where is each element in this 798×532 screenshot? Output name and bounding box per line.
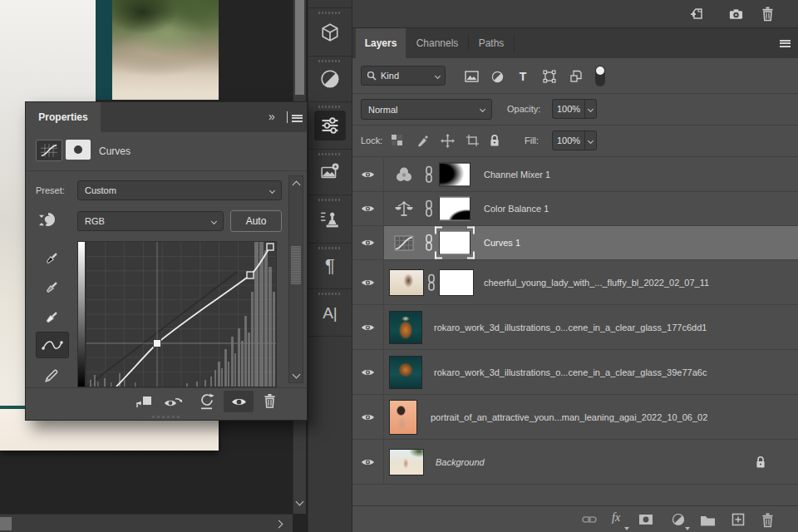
curve-point-selected[interactable] <box>154 340 161 347</box>
link-layers-icon[interactable] <box>582 515 597 525</box>
filter-pixel-layers-button[interactable] <box>462 69 480 84</box>
visibility-toggle[interactable] <box>352 260 384 304</box>
fill-input[interactable]: 100% <box>552 131 597 150</box>
dock-3d-panel[interactable] <box>308 8 352 57</box>
curves-graph[interactable] <box>86 241 277 387</box>
panel-resize-grip[interactable] <box>152 416 180 418</box>
layer-mask-thumbnail[interactable] <box>439 163 470 187</box>
lock-all-icon[interactable] <box>489 134 500 147</box>
delete-adjustment-icon[interactable] <box>263 392 277 409</box>
visibility-toggle[interactable] <box>352 192 384 225</box>
layer-thumbnail[interactable] <box>389 449 424 475</box>
filter-smart-objects-button[interactable] <box>567 69 585 84</box>
layer-row-rokaro-177c6dd1[interactable]: rokaro_work_3d_illustrations_o...cene_in… <box>352 305 798 350</box>
reset-icon[interactable] <box>199 393 214 410</box>
layer-thumbnail[interactable] <box>389 311 422 344</box>
layer-row-curves-1[interactable]: Curves 1 <box>352 226 798 260</box>
tab-properties[interactable]: Properties <box>26 102 101 132</box>
background-lock-icon[interactable] <box>755 456 766 469</box>
filter-toggle-switch[interactable] <box>595 66 605 86</box>
preset-select[interactable]: Custom <box>77 180 282 200</box>
mask-link-icon[interactable] <box>424 234 434 252</box>
layer-thumbnail[interactable] <box>389 356 422 389</box>
white-point-eyedropper[interactable] <box>36 305 67 330</box>
channel-select[interactable]: RGB <box>77 211 224 231</box>
scroll-up-icon[interactable] <box>293 181 301 190</box>
tab-channels[interactable]: Channels <box>407 28 467 58</box>
dock-adjustments-panel[interactable] <box>308 57 352 102</box>
layer-row-channel-mixer-1[interactable]: Channel Mixer 1 <box>352 158 798 192</box>
mask-badge-icon[interactable] <box>66 140 91 160</box>
camera-snapshot-icon[interactable] <box>728 7 744 22</box>
visibility-toggle[interactable] <box>352 158 384 191</box>
mask-link-icon[interactable] <box>426 273 436 292</box>
mask-link-icon[interactable] <box>424 200 434 218</box>
dock-clone-source-panel[interactable] <box>308 195 352 244</box>
visibility-toggle[interactable] <box>352 305 384 349</box>
mask-link-icon[interactable] <box>424 165 434 184</box>
toggle-visibility-button[interactable] <box>224 391 254 412</box>
visibility-history-icon[interactable] <box>164 395 184 409</box>
layer-row-color-balance-1[interactable]: Color Balance 1 <box>352 192 798 226</box>
filter-adjustment-layers-button[interactable] <box>488 69 506 84</box>
document-horizontal-scrollbar[interactable] <box>0 514 293 532</box>
curve-point[interactable] <box>267 244 273 250</box>
new-group-icon[interactable] <box>700 514 716 526</box>
opacity-input[interactable]: 100% <box>552 99 597 119</box>
tab-layers[interactable]: Layers <box>356 28 406 58</box>
scroll-down-icon[interactable] <box>296 498 304 506</box>
visibility-toggle[interactable] <box>352 440 384 484</box>
properties-scrollbar-thumb[interactable] <box>291 246 301 284</box>
delete-icon[interactable] <box>761 6 775 22</box>
layer-mask-thumbnail-selected[interactable] <box>439 231 470 255</box>
panel-menu-icon[interactable] <box>780 38 791 48</box>
layer-row-background[interactable]: Background <box>352 440 798 485</box>
layer-thumbnail[interactable] <box>389 269 424 296</box>
lock-transparent-pixels-icon[interactable] <box>391 134 403 146</box>
targeted-adjustment-icon[interactable] <box>37 210 59 230</box>
new-layer-icon[interactable] <box>732 513 745 526</box>
curve-point[interactable] <box>247 272 254 278</box>
filter-type-layers-button[interactable]: T <box>514 69 532 84</box>
curve-point-tool[interactable] <box>36 332 69 358</box>
layer-row-cheerful-young-lady[interactable]: cheerful_young_lady_with_..._fluffy_bl_2… <box>352 260 798 305</box>
pencil-tool[interactable] <box>36 363 67 388</box>
toggle-knob <box>596 66 604 75</box>
add-layer-comp-icon[interactable] <box>690 7 705 22</box>
layer-style-fx-icon[interactable]: fx <box>612 511 620 525</box>
dock-properties-panel[interactable] <box>308 102 352 150</box>
pixel-layer-icon <box>465 71 479 82</box>
properties-scrollbar[interactable] <box>288 175 303 383</box>
lock-artboard-nesting-icon[interactable] <box>466 134 480 147</box>
scroll-right-icon[interactable] <box>275 520 283 529</box>
dock-character-panel[interactable]: A| <box>308 289 352 337</box>
dock-paragraph-panel[interactable]: ¶ <box>308 244 352 289</box>
lock-position-icon[interactable] <box>441 134 455 148</box>
add-layer-mask-icon[interactable] <box>638 514 653 525</box>
v-scrollbar-thumb[interactable] <box>295 0 304 95</box>
tab-paths[interactable]: Paths <box>470 28 513 58</box>
layer-mask-thumbnail[interactable] <box>439 269 474 296</box>
layer-thumbnail[interactable] <box>389 400 417 435</box>
delete-layer-icon[interactable] <box>761 512 775 528</box>
filter-kind-dropdown[interactable]: Kind <box>361 66 446 86</box>
scroll-down-icon[interactable] <box>293 371 301 379</box>
visibility-toggle[interactable] <box>352 350 384 394</box>
dock-libraries-panel[interactable] <box>308 150 352 195</box>
clip-to-layer-icon[interactable] <box>135 395 152 409</box>
properties-menu-icon[interactable] <box>292 113 303 123</box>
auto-button[interactable]: Auto <box>230 210 282 232</box>
layer-row-rokaro-39e77a6c[interactable]: rokaro_work_3d_illustrations_o...cene_in… <box>352 350 798 395</box>
black-point-eyedropper[interactable] <box>36 246 67 271</box>
blend-mode-select[interactable]: Normal <box>361 99 492 120</box>
layer-row-portrait[interactable]: portrait_of_an_attractive_youn...man_lea… <box>352 395 798 440</box>
lock-image-pixels-icon[interactable] <box>416 134 430 147</box>
new-adjustment-layer-icon[interactable] <box>672 513 685 526</box>
collapse-chevrons-icon[interactable]: » <box>268 110 273 123</box>
filter-shape-layers-button[interactable] <box>540 69 559 84</box>
layer-mask-thumbnail[interactable] <box>439 197 470 221</box>
gray-point-eyedropper[interactable] <box>36 275 67 300</box>
visibility-toggle[interactable] <box>352 226 384 259</box>
visibility-toggle[interactable] <box>352 395 384 439</box>
h-scrollbar-thumb[interactable] <box>0 517 12 530</box>
